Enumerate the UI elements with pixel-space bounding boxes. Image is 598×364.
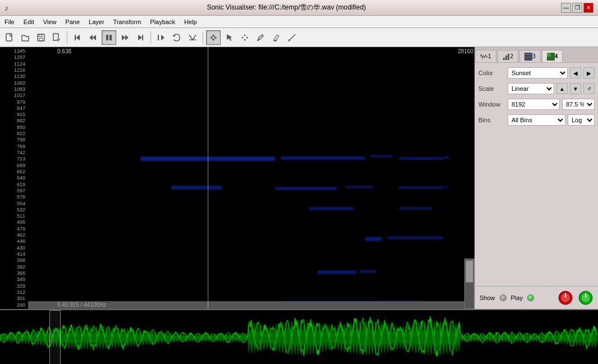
status-text: 5:40.915 / 44100Hz xyxy=(57,302,106,308)
image-icon xyxy=(547,53,555,61)
open-button[interactable] xyxy=(18,30,33,45)
toolbar xyxy=(0,28,598,47)
y-label-19: 662 xyxy=(1,169,27,174)
menu-file[interactable]: File xyxy=(0,17,19,26)
svg-rect-10 xyxy=(106,35,108,40)
color-next-btn[interactable]: ▶ xyxy=(583,67,595,79)
layer-tab-1[interactable]: 1 xyxy=(475,50,496,62)
close-button[interactable]: ✕ xyxy=(583,3,594,13)
rewind-button[interactable] xyxy=(86,30,101,45)
waveform-canvas[interactable] xyxy=(0,310,598,364)
select-tool[interactable] xyxy=(222,30,236,45)
window-select[interactable]: 8192 512 1024 2048 4096 16384 xyxy=(508,99,560,110)
play-pause-button[interactable] xyxy=(102,30,116,45)
navigate-tool[interactable] xyxy=(206,30,221,45)
fast-forward-button[interactable] xyxy=(117,30,132,45)
window-pct-select[interactable]: 87.5 % 75 % 100 % xyxy=(562,99,595,110)
menu-pane[interactable]: Pane xyxy=(61,17,84,26)
y-label-1: 1297 xyxy=(1,54,27,60)
svg-marker-8 xyxy=(93,35,96,40)
play-led[interactable] xyxy=(527,294,534,301)
go-end-button[interactable] xyxy=(133,30,148,45)
measure-tool[interactable] xyxy=(285,30,299,45)
spec-blob-9 xyxy=(399,186,444,189)
y-label-40: 290 xyxy=(1,302,27,308)
import-button[interactable] xyxy=(49,30,64,45)
save-button[interactable] xyxy=(34,30,48,45)
y-label-27: 495 xyxy=(1,219,27,225)
time-right-label: 28160 xyxy=(458,48,473,54)
spectrogram-canvas[interactable]: 0.638 28160 xyxy=(28,47,474,309)
toolbar-sep-1 xyxy=(67,31,67,44)
viewport-indicator[interactable] xyxy=(49,310,61,364)
waveform-icon xyxy=(480,53,488,61)
waveform-panel[interactable] xyxy=(0,309,598,364)
layer-tab-4-label: 4 xyxy=(555,53,558,59)
scale-up-btn[interactable]: ▲ xyxy=(556,83,568,94)
y-label-22: 597 xyxy=(1,188,27,193)
svg-rect-33 xyxy=(547,53,551,57)
scale-reset-btn[interactable]: ↺ xyxy=(583,83,595,94)
layer-tabs: 1 2 3 4 xyxy=(475,47,598,63)
menu-help[interactable]: Help xyxy=(180,17,202,26)
y-label-11: 882 xyxy=(1,118,27,123)
restore-button[interactable]: ❐ xyxy=(572,3,582,13)
move-tool[interactable] xyxy=(238,30,252,45)
menu-playback[interactable]: Playback xyxy=(145,17,180,26)
menu-view[interactable]: View xyxy=(39,17,61,26)
menu-layer[interactable]: Layer xyxy=(84,17,109,26)
scale-select[interactable]: Linear MEL Log dB xyxy=(508,83,554,94)
y-label-12: 850 xyxy=(1,125,27,130)
y-label-7: 1017 xyxy=(1,93,27,98)
layer-tab-2-label: 2 xyxy=(510,53,514,59)
loop-button[interactable] xyxy=(170,30,184,45)
layer-tab-4[interactable]: 4 xyxy=(542,50,563,62)
go-startpos-button[interactable] xyxy=(154,30,168,45)
left-volume-knob[interactable] xyxy=(558,290,573,306)
main-area: 1345 1297 1124 1216 1130 1082 1083 1017 … xyxy=(0,47,598,309)
spectrogram-panel[interactable]: 1345 1297 1124 1216 1130 1082 1083 1017 … xyxy=(0,47,474,309)
bins-select[interactable]: All Bins xyxy=(508,114,565,126)
window-row: Window 8192 512 1024 2048 4096 16384 87.… xyxy=(478,98,595,111)
menu-edit[interactable]: Edit xyxy=(19,17,39,26)
y-label-0: 1345 xyxy=(1,48,27,54)
color-select[interactable]: Sunset Default White on Black Black on W… xyxy=(508,67,568,79)
bins-label: Bins xyxy=(478,117,505,123)
show-led[interactable] xyxy=(500,294,506,301)
vertical-scrollbar[interactable] xyxy=(464,259,474,309)
erase-tool[interactable] xyxy=(269,30,284,45)
y-label-14: 798 xyxy=(1,137,27,142)
bars-icon xyxy=(503,53,510,61)
spectrogram-icon xyxy=(524,53,532,61)
bins-row: Bins All Bins Log Linear dB xyxy=(478,113,595,127)
spec-blob-14 xyxy=(387,236,444,239)
svg-rect-30 xyxy=(525,57,532,58)
svg-marker-14 xyxy=(138,35,142,40)
new-button[interactable] xyxy=(2,30,17,45)
spec-blob-4 xyxy=(399,157,444,160)
y-label-38: 312 xyxy=(1,289,27,295)
bins-scale-select[interactable]: Log Linear dB xyxy=(568,114,595,126)
go-start-button[interactable] xyxy=(70,30,85,45)
play-label: Play xyxy=(511,294,523,301)
spec-blob-8 xyxy=(345,186,373,188)
svg-rect-17 xyxy=(158,35,159,40)
minimize-button[interactable]: — xyxy=(561,3,571,13)
scale-down-btn[interactable]: ▼ xyxy=(570,83,581,94)
svg-rect-0 xyxy=(6,34,12,41)
bounce-button[interactable] xyxy=(185,30,200,45)
y-label-3: 1216 xyxy=(1,67,27,73)
color-prev-btn[interactable]: ◀ xyxy=(570,67,581,79)
layer-tab-2[interactable]: 2 xyxy=(497,50,519,62)
right-volume-knob[interactable] xyxy=(578,290,594,306)
draw-tool[interactable] xyxy=(253,30,268,45)
y-label-23: 576 xyxy=(1,194,27,200)
layer-tab-3[interactable]: 3 xyxy=(519,50,541,62)
menubar: File Edit View Pane Layer Transform Play… xyxy=(0,16,598,28)
y-label-26: 511 xyxy=(1,213,27,219)
scrollbar-thumb[interactable] xyxy=(465,260,473,283)
menu-transform[interactable]: Transform xyxy=(109,17,146,26)
svg-rect-11 xyxy=(109,35,112,40)
y-label-24: 554 xyxy=(1,201,27,206)
y-label-8: 979 xyxy=(1,99,27,105)
